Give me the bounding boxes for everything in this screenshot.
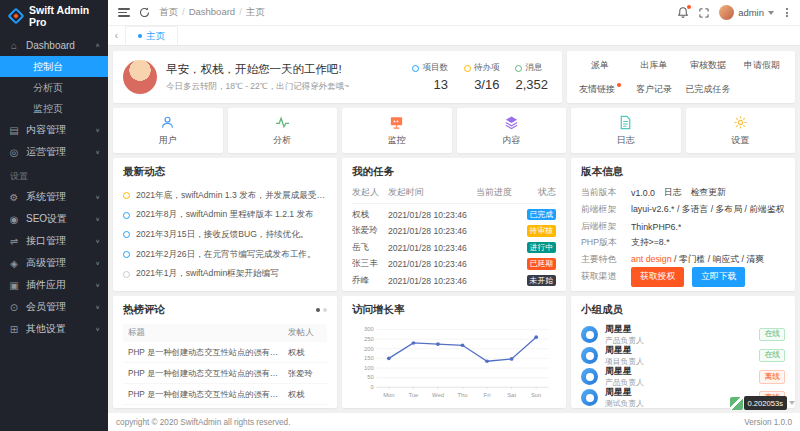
carousel-dots[interactable] xyxy=(316,308,327,312)
breadcrumb-current: 主页 xyxy=(246,6,265,19)
breadcrumb-home[interactable]: 首页 xyxy=(159,6,185,19)
comment-author: 张爱玲 xyxy=(288,368,322,379)
svg-text:Thu: Thu xyxy=(457,392,467,398)
notification-bell-icon[interactable] xyxy=(677,6,689,19)
api-icon: ⇌ xyxy=(8,236,20,247)
sidebar-group-other[interactable]: ⊞ 其他设置 ∨ xyxy=(0,318,108,340)
more-options-icon[interactable] xyxy=(784,8,790,17)
chevron-down-icon: ∨ xyxy=(95,238,100,244)
shortcut-users[interactable]: 用户 xyxy=(113,108,223,153)
tab-home[interactable]: 主页 xyxy=(126,26,178,45)
quick-link-label: 友情链接 xyxy=(579,84,615,94)
comment-row[interactable]: PHP 是一种创建动态交互性站点的强有力的服务器端脚本语言 张爱玲 xyxy=(123,405,327,408)
user-menu[interactable]: admin xyxy=(719,5,774,20)
shortcut-analysis[interactable]: 分析 xyxy=(228,108,338,153)
sidebar-group-api[interactable]: ⇌ 接口管理 ∨ xyxy=(0,230,108,252)
sidebar-item-console[interactable]: 控制台 xyxy=(0,56,108,77)
news-item[interactable]: 2021年2月26日，在元宵节编写完成发布工作。 xyxy=(123,245,327,265)
collapse-sidebar-icon[interactable] xyxy=(118,8,130,16)
col-header: 发帖人 xyxy=(288,327,322,339)
version-row-current: 当前版本 v1.0.0 日志 检查更新 xyxy=(581,186,785,201)
news-text: 2021年2月26日，在元宵节编写完成发布工作。 xyxy=(136,249,316,261)
get-license-button[interactable]: 获取授权 xyxy=(631,267,684,287)
greeting-avatar xyxy=(123,60,157,94)
comment-title: PHP 是一种创建动态交互性站点的强有力的服务器端脚本语言 xyxy=(128,368,288,379)
task-row[interactable]: 权栈 2021/01/28 10:23:46 已完成 xyxy=(352,209,556,221)
member-avatar xyxy=(581,347,598,364)
quick-link-outbound[interactable]: 出库单 xyxy=(627,59,681,72)
todos-dot-icon xyxy=(464,65,471,72)
svg-text:250: 250 xyxy=(364,336,374,342)
performance-badge[interactable]: 0.202053s xyxy=(730,396,795,410)
user-icon xyxy=(160,114,175,130)
member-avatar xyxy=(581,368,598,385)
sidebar-group-members[interactable]: ⊙ 会员管理 ∨ xyxy=(0,296,108,318)
check-update-link[interactable]: 检查更新 xyxy=(691,187,726,199)
task-row[interactable]: 张爱玲 2021/01/28 10:23:46 待审核 xyxy=(352,225,556,237)
tabs-scroll-left-icon[interactable]: ‹ xyxy=(108,26,126,45)
comment-title: PHP 是一种创建动态交互性站点的强有力的服务器端脚本语言 xyxy=(128,389,288,400)
news-item[interactable]: 2021年3月15日，接收反馈BUG，持续优化。 xyxy=(123,225,327,245)
app-logo[interactable]: Swift Admin Pro xyxy=(0,0,108,32)
member-role: 产品负责人 xyxy=(605,378,644,387)
comment-row[interactable]: PHP 是一种创建动态交互性站点的强有力的服务器端脚本语言 权栈 xyxy=(123,384,327,405)
row-label: 主要特色 xyxy=(581,254,631,266)
comment-row[interactable]: PHP 是一种创建动态交互性站点的强有力的服务器端脚本语言 张爱玲 xyxy=(123,363,327,384)
member-icon: ⊙ xyxy=(8,302,20,313)
fullscreen-icon[interactable] xyxy=(699,8,709,18)
team-member-row[interactable]: 周星星项目负责人 在线 xyxy=(581,345,785,366)
home-icon: ⌂ xyxy=(8,40,20,51)
projects-dot-icon xyxy=(412,65,419,72)
stat-projects: 项目数 13 xyxy=(412,62,448,92)
news-item[interactable]: 2021年1月，swiftAdmin框架开始编写 xyxy=(123,264,327,284)
growth-chart-card: 访问增长率 050100150200250300MonTueWedThuFriS… xyxy=(342,296,566,408)
chevron-down-icon: ∨ xyxy=(95,260,100,266)
team-member-row[interactable]: 周星星产品负责人 离线 xyxy=(581,366,785,387)
sidebar-group-system[interactable]: ⚙ 系统管理 ∨ xyxy=(0,186,108,208)
download-button[interactable]: 立即下载 xyxy=(692,267,745,287)
layers-icon xyxy=(504,114,519,130)
quick-link-review[interactable]: 审核数据 xyxy=(681,59,735,72)
shortcut-label: 内容 xyxy=(502,134,520,147)
changelog-link[interactable]: 日志 xyxy=(664,187,682,199)
member-role: 测试负责人 xyxy=(605,399,644,408)
sidebar-group-operation[interactable]: ◎ 运营管理 ∨ xyxy=(0,141,108,163)
username: admin xyxy=(738,7,764,18)
chevron-down-icon: ∨ xyxy=(95,149,100,155)
shortcut-monitor[interactable]: 监控 xyxy=(342,108,452,153)
shortcut-logs[interactable]: 日志 xyxy=(571,108,681,153)
status-badge: 已延期 xyxy=(527,258,556,270)
shortcut-settings[interactable]: 设置 xyxy=(686,108,796,153)
sidebar-group-plugins[interactable]: ▣ 插件应用 ∨ xyxy=(0,274,108,296)
breadcrumb-dashboard[interactable]: Dashboard xyxy=(189,6,242,19)
team-member-row[interactable]: 周星星产品负责人 在线 xyxy=(581,324,785,345)
gear-icon xyxy=(733,114,748,130)
quick-link-customers[interactable]: 客户记录 xyxy=(627,83,681,96)
greeting-subtitle: 今日多云转阴，18℃ - 22℃，出门记得穿外套哦~ xyxy=(166,81,349,93)
feature-highlight: ant design xyxy=(631,254,672,264)
operation-icon: ◎ xyxy=(8,147,20,158)
quick-link-dispatch[interactable]: 派单 xyxy=(573,59,627,72)
sidebar-item-monitor[interactable]: 监控页 xyxy=(0,98,108,119)
comment-row[interactable]: PHP 是一种创建动态交互性站点的强有力的服务器端脚本语言 权栈 xyxy=(123,342,327,363)
quick-link-friendlinks[interactable]: 友情链接 xyxy=(573,83,627,96)
news-item[interactable]: 2021年8月，swiftAdmin 里程碑版本 1.2.1 发布 xyxy=(123,206,327,226)
sidebar: Swift Admin Pro ⌂ Dashboard ∧ 控制台 分析页 监控… xyxy=(0,0,108,431)
news-item[interactable]: 2021年底，swiftAdmin 1.3 发布，并发展成最受欢迎的极速开发框架… xyxy=(123,186,327,206)
sidebar-group-label: 插件应用 xyxy=(26,278,89,292)
version-row-php: PHP版本 支持>=8.* xyxy=(581,236,785,251)
refresh-icon[interactable] xyxy=(139,7,150,18)
sidebar-item-analysis[interactable]: 分析页 xyxy=(0,77,108,98)
task-row[interactable]: 乔峰 2021/01/28 10:23:46 未开始 xyxy=(352,275,556,287)
shortcut-content[interactable]: 内容 xyxy=(457,108,567,153)
quick-link-donetasks[interactable]: 已完成任务 xyxy=(681,83,735,96)
sidebar-group-dashboard[interactable]: ⌂ Dashboard ∧ xyxy=(0,34,108,56)
task-row[interactable]: 张三丰 2021/01/28 10:23:46 已延期 xyxy=(352,258,556,270)
sidebar-group-advanced[interactable]: ◈ 高级管理 ∨ xyxy=(0,252,108,274)
sidebar-group-content[interactable]: ▤ 内容管理 ∨ xyxy=(0,119,108,141)
circle-icon xyxy=(123,251,130,258)
sidebar-group-seo[interactable]: ◉ SEO设置 ∨ xyxy=(0,208,108,230)
task-row[interactable]: 岳飞 2021/01/28 10:23:46 进行中 xyxy=(352,242,556,254)
col-header: 发起时间 xyxy=(388,186,476,199)
quick-link-leave[interactable]: 申请假期 xyxy=(735,59,789,72)
